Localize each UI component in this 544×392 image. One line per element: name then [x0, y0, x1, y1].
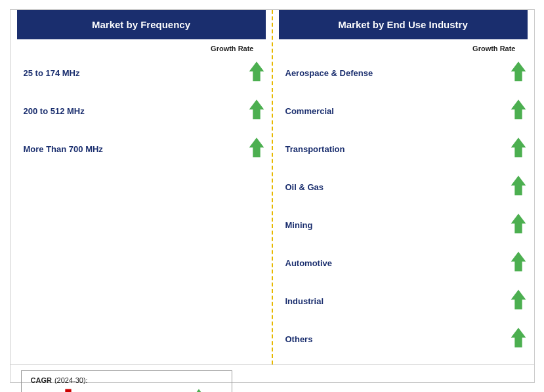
svg-marker-4 [511, 100, 526, 119]
arrow-up-icon-3 [247, 136, 266, 161]
svg-marker-13 [193, 389, 205, 392]
svg-marker-0 [249, 62, 264, 81]
left-growth-rate-row: Growth Rate [17, 45, 266, 52]
svg-marker-10 [511, 328, 526, 347]
right-panel: Market by End Use Industry Growth Rate A… [272, 10, 534, 364]
arrow-up-icon-r7 [509, 288, 528, 313]
arrow-up-icon-r2 [509, 98, 528, 123]
svg-marker-5 [511, 138, 526, 157]
right-growth-rate-label: Growth Rate [472, 45, 515, 52]
cagr-years: (2024-30): [54, 376, 88, 384]
green-up-arrow-icon-legend [192, 388, 206, 392]
list-item: Aerospace & Defense [279, 54, 528, 92]
legend-negative: Negative <0% [31, 388, 93, 392]
arrow-up-icon-r4 [509, 174, 528, 199]
list-item: Others [279, 320, 528, 358]
list-item: Transportation [279, 130, 528, 168]
main-content: Market by Frequency Growth Rate 25 to 17… [10, 10, 534, 364]
arrow-up-icon-r8 [509, 326, 528, 351]
svg-marker-8 [511, 252, 526, 271]
svg-marker-9 [511, 290, 526, 309]
right-growth-rate-row: Growth Rate [279, 45, 528, 52]
legend-items: Negative <0% Flat [31, 388, 223, 392]
arrow-up-icon-1 [247, 60, 266, 85]
left-panel-header: Market by Frequency [17, 10, 266, 39]
chart-container: Market by Frequency Growth Rate 25 to 17… [10, 9, 535, 383]
industry-item-4-label: Oil & Gas [285, 182, 324, 192]
svg-marker-1 [249, 100, 264, 119]
legend-growing: Growing >3% [163, 388, 222, 392]
industry-item-7-label: Industrial [285, 296, 324, 306]
freq-item-1-label: 25 to 174 MHz [24, 68, 80, 78]
right-panel-header: Market by End Use Industry [279, 10, 528, 39]
svg-marker-3 [511, 62, 526, 81]
freq-item-2-label: 200 to 512 MHz [24, 106, 85, 116]
arrow-up-icon-r3 [509, 136, 528, 161]
svg-marker-2 [249, 138, 264, 157]
industry-item-1-label: Aerospace & Defense [285, 68, 373, 78]
divider [272, 10, 273, 364]
list-item: Commercial [279, 92, 528, 130]
red-down-arrow-icon [61, 388, 75, 392]
arrow-up-icon-r6 [509, 250, 528, 275]
left-panel: Market by Frequency Growth Rate 25 to 17… [10, 10, 272, 364]
list-item: 200 to 512 MHz [17, 92, 266, 130]
arrow-up-icon-r1 [509, 60, 528, 85]
freq-item-3-label: More Than 700 MHz [24, 144, 103, 154]
list-item: More Than 700 MHz [17, 130, 266, 168]
list-item: 25 to 174 MHz [17, 54, 266, 92]
arrow-up-icon-2 [247, 98, 266, 123]
cagr-label: CAGR [31, 376, 52, 384]
svg-marker-7 [511, 214, 526, 233]
legend-box: CAGR (2024-30): Negative <0% Flat [21, 370, 233, 392]
list-item: Oil & Gas [279, 168, 528, 206]
industry-item-3-label: Transportation [285, 144, 345, 154]
list-item: Automotive [279, 244, 528, 282]
svg-marker-6 [511, 176, 526, 195]
left-growth-rate-label: Growth Rate [211, 45, 253, 52]
industry-item-6-label: Automotive [285, 258, 333, 268]
svg-marker-11 [62, 389, 75, 392]
bottom-section: CAGR (2024-30): Negative <0% Flat [10, 364, 534, 392]
industry-item-8-label: Others [285, 334, 313, 344]
industry-item-2-label: Commercial [285, 106, 334, 116]
arrow-up-icon-r5 [509, 212, 528, 237]
list-item: Mining [279, 206, 528, 244]
list-item: Industrial [279, 282, 528, 320]
industry-item-5-label: Mining [285, 220, 313, 230]
